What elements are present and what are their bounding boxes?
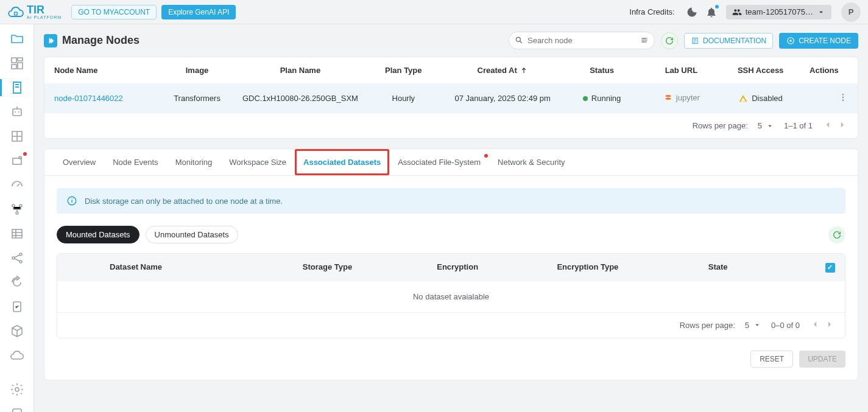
sidebar-pipeline-icon[interactable]: [10, 202, 24, 217]
chevron-down-icon: [753, 321, 761, 329]
rows-per-page-select[interactable]: 5: [758, 121, 774, 130]
svg-point-22: [665, 95, 671, 97]
sidebar-cube-icon[interactable]: [10, 324, 24, 338]
ds-range: 0–0 of 0: [771, 321, 800, 330]
docs-icon: [691, 37, 699, 45]
svg-point-11: [19, 260, 22, 263]
sidebar-folder-icon[interactable]: [10, 32, 24, 46]
search-input[interactable]: [509, 32, 655, 49]
pill-mounted-datasets[interactable]: Mounted Datasets: [57, 226, 139, 243]
th-node-name: Node Name: [54, 66, 157, 75]
reset-button[interactable]: RESET: [750, 351, 793, 368]
svg-point-2: [15, 111, 16, 113]
th-status: Status: [562, 66, 641, 75]
node-name-link[interactable]: node-01071446022: [54, 94, 123, 103]
create-node-button[interactable]: CREATE NODE: [779, 33, 858, 49]
ds-next-page[interactable]: [824, 319, 835, 332]
th-plan: Plan Name: [237, 66, 364, 75]
svg-point-8: [16, 212, 18, 214]
rows-per-page-label: Rows per page:: [693, 121, 748, 130]
sidebar-table-icon[interactable]: [10, 226, 24, 241]
warning-icon: [739, 94, 747, 103]
sidebar-docs-icon[interactable]: [10, 407, 24, 412]
team-selector[interactable]: team-120517075…: [726, 5, 831, 19]
svg-point-24: [842, 94, 844, 95]
tab-associated-datasets[interactable]: Associated Datasets: [295, 149, 389, 175]
sidebar-dashboard-icon[interactable]: [10, 56, 24, 71]
row-actions-menu[interactable]: [800, 93, 848, 104]
tab-overview[interactable]: Overview: [54, 149, 104, 175]
sidebar-clipboard-icon[interactable]: [10, 299, 24, 314]
prev-page-button[interactable]: [822, 119, 833, 132]
tab-associated-filesystem[interactable]: Associated File-System: [389, 149, 489, 175]
th-plan-type: Plan Type: [364, 66, 443, 75]
svg-point-7: [19, 204, 22, 207]
expand-sidebar-button[interactable]: [44, 34, 57, 47]
ds-th-encryption: Encryption: [392, 262, 523, 273]
svg-point-26: [842, 100, 844, 101]
tab-network-security[interactable]: Network & Security: [489, 149, 574, 175]
sidebar-refresh-icon[interactable]: [10, 275, 24, 290]
cloud-logo-icon: [7, 4, 24, 21]
ds-rpp-label: Rows per page:: [680, 321, 735, 330]
logo-sub: AI PLATFORM: [27, 15, 62, 19]
logo[interactable]: TIR AI PLATFORM: [7, 4, 62, 21]
update-button[interactable]: UPDATE: [799, 351, 845, 368]
cell-status: Running: [562, 94, 641, 103]
next-page-button[interactable]: [837, 119, 848, 132]
notifications-icon[interactable]: [705, 6, 718, 18]
sidebar-container-icon[interactable]: [10, 153, 24, 168]
explore-genai-button[interactable]: Explore GenAI API: [161, 5, 236, 19]
refresh-button[interactable]: [661, 32, 678, 49]
svg-point-3: [18, 111, 19, 113]
user-avatar[interactable]: P: [841, 2, 861, 22]
infra-credits-label: Infra Credits:: [629, 7, 674, 16]
page-title: Manage Nodes: [62, 34, 139, 47]
empty-message: No dataset avaialable: [57, 281, 845, 312]
ds-rpp-select[interactable]: 5: [745, 321, 761, 330]
create-node-label: CREATE NODE: [799, 37, 851, 45]
chevron-down-icon: [766, 122, 774, 130]
sidebar-speed-icon[interactable]: [10, 178, 24, 192]
sidebar-share-icon[interactable]: [10, 251, 24, 265]
filter-icon[interactable]: [640, 36, 649, 46]
svg-rect-0: [15, 12, 18, 15]
sidebar-settings-icon[interactable]: [10, 382, 24, 397]
svg-point-23: [665, 98, 671, 100]
sidebar-nodes-icon[interactable]: [10, 80, 24, 95]
th-created[interactable]: Created At: [443, 66, 562, 75]
svg-rect-14: [13, 409, 21, 412]
team-name: team-120517075…: [746, 7, 813, 16]
theme-toggle-icon[interactable]: [686, 6, 698, 18]
svg-point-5: [19, 156, 21, 159]
info-banner: Disk storage can only be attached to one…: [57, 188, 845, 214]
tab-workspace-size[interactable]: Workspace Size: [221, 149, 295, 175]
myaccount-button[interactable]: GO TO MYACCOUNT: [71, 5, 157, 19]
cell-created: 07 January, 2025 02:49 pm: [443, 94, 562, 103]
sidebar-cloud-icon[interactable]: [10, 348, 24, 363]
ds-prev-page[interactable]: [810, 319, 820, 332]
tab-node-events[interactable]: Node Events: [104, 149, 166, 175]
svg-point-6: [12, 204, 15, 207]
cell-lab[interactable]: jupyter: [641, 92, 721, 105]
documentation-button[interactable]: DOCUMENTATION: [684, 33, 773, 49]
th-actions: Actions: [800, 66, 848, 75]
info-text: Disk storage can only be attached to one…: [85, 197, 283, 206]
svg-point-10: [19, 253, 22, 256]
search-container: [509, 32, 655, 49]
cell-plan: GDC.1xH10080-26.250GB_SXM: [237, 94, 364, 103]
sidebar-robot-icon[interactable]: [10, 105, 24, 119]
page-range: 1–1 of 1: [784, 121, 813, 130]
tab-monitoring[interactable]: Monitoring: [167, 149, 221, 175]
cell-ssh: Disabled: [721, 94, 800, 103]
cell-image: Transformers: [157, 94, 236, 103]
pill-unmounted-datasets[interactable]: Unmounted Datasets: [146, 226, 238, 243]
ds-th-storage: Storage Type: [263, 262, 393, 273]
more-vert-icon: [838, 93, 848, 102]
sidebar-grid-icon[interactable]: [10, 129, 24, 144]
select-all-checkbox[interactable]: ✓: [825, 263, 835, 273]
refresh-datasets-button[interactable]: [828, 226, 845, 243]
ds-th-name: Dataset Name: [67, 262, 263, 273]
ds-th-enc-type: Encryption Type: [523, 262, 653, 273]
th-ssh: SSH Access: [721, 66, 800, 75]
